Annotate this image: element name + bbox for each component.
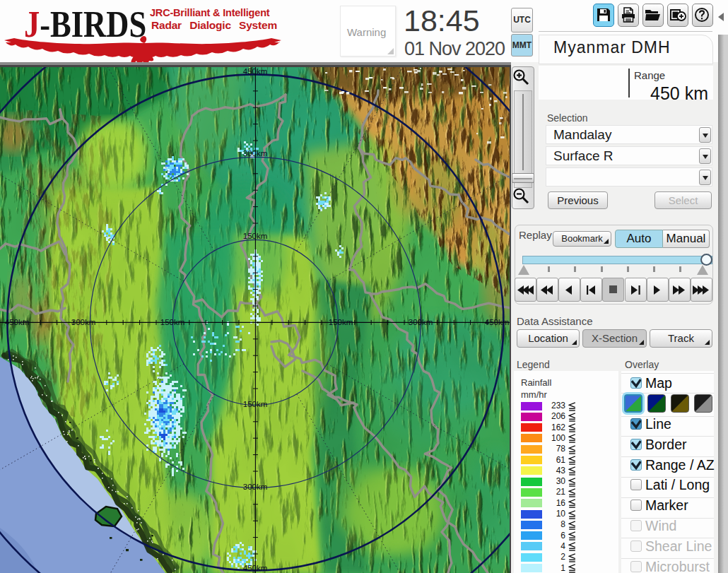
svg-text:150km: 150km — [160, 318, 185, 326]
svg-text:150km: 150km — [243, 400, 268, 408]
svg-text:300km: 300km — [243, 149, 268, 158]
svg-text:450km: 450km — [485, 318, 510, 326]
svg-text:300km: 300km — [409, 318, 433, 326]
svg-text:300km: 300km — [243, 483, 268, 491]
svg-text:150km: 150km — [243, 232, 268, 240]
svg-text:300km: 300km — [71, 318, 96, 326]
svg-text:150km: 150km — [329, 318, 353, 326]
svg-text:450km: 450km — [243, 67, 268, 76]
svg-text:450km: 450km — [5, 318, 30, 326]
svg-text:450km: 450km — [243, 564, 268, 572]
